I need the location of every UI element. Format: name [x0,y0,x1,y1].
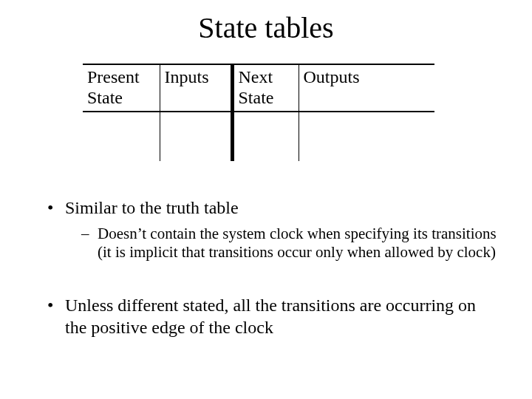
col-header-present-state: Present State [83,64,160,112]
bullet-1-sub: Doesn’t contain the system clock when sp… [81,225,497,262]
cell-present-state [83,112,160,161]
cell-inputs [160,112,232,161]
state-table-grid: Present State Inputs Next State Outputs [83,64,434,161]
spacer [47,262,497,294]
bullet-2: Unless different stated, all the transit… [47,294,497,338]
table-empty-row [83,112,434,161]
cell-outputs [299,112,434,161]
col-header-inputs: Inputs [160,64,232,112]
col-header-outputs: Outputs [299,64,434,112]
bullet-list: Similar to the truth table Doesn’t conta… [47,197,497,344]
slide-title: State tables [0,10,532,45]
cell-next-state [232,112,299,161]
state-table: Present State Inputs Next State Outputs [83,64,434,161]
table-header-row: Present State Inputs Next State Outputs [83,64,434,112]
col-header-next-state: Next State [232,64,299,112]
bullet-1: Similar to the truth table [47,197,497,219]
slide: State tables Present State Inputs Next S… [0,0,532,399]
